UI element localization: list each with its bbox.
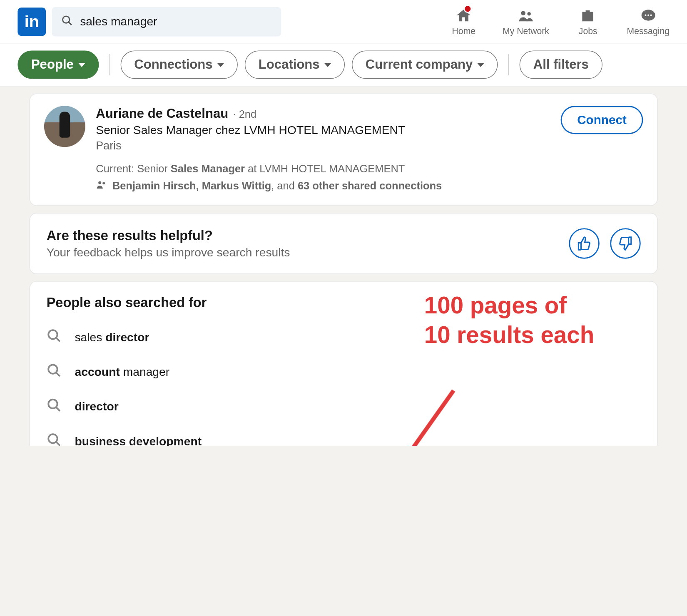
nav-label: Jobs [579,26,597,36]
also-searched-card: People also searched for sales directora… [30,281,658,446]
chevron-down-icon [78,62,85,67]
svg-point-7 [650,15,652,16]
also-item[interactable]: sales director [47,320,641,355]
chevron-down-icon [217,62,224,67]
svg-point-12 [48,365,57,373]
chat-icon [640,7,657,25]
feedback-subtitle: Your feedback helps us improve search re… [47,246,558,259]
nav-jobs[interactable]: Jobs [570,7,606,36]
divider [508,54,509,75]
search-field[interactable] [52,7,281,36]
also-text: director [75,400,118,413]
connection-degree: 2nd [233,108,256,121]
search-result-card: Auriane de Castelnau 2nd Senior Sales Ma… [30,94,658,206]
svg-line-13 [56,373,60,376]
svg-point-8 [98,181,101,184]
also-text: sales director [75,330,149,344]
filter-label: Connections [134,57,212,72]
filter-label: All filters [533,57,589,72]
top-bar: in Home My Network Jobs [0,0,687,44]
svg-point-10 [48,330,57,339]
linkedin-logo[interactable]: in [17,7,46,36]
svg-line-1 [69,22,72,25]
also-item[interactable]: business development [47,424,641,446]
filter-label: Locations [259,57,320,72]
search-icon [47,328,62,346]
avatar[interactable] [44,106,85,147]
nav-messaging[interactable]: Messaging [627,7,670,36]
chevron-down-icon [324,62,331,67]
search-icon [47,432,62,446]
nav-label: Messaging [627,26,670,36]
feedback-card: Are these results helpful? Your feedback… [30,213,658,274]
nav-label: Home [452,26,476,36]
top-nav: Home My Network Jobs Messaging [446,7,670,36]
filter-people-active[interactable]: People [17,51,99,79]
result-headline: Senior Sales Manager chez LVMH HOTEL MAN… [96,124,550,137]
thumbs-down-button[interactable] [610,228,640,258]
thumbs-up-icon [577,236,592,251]
nav-home[interactable]: Home [446,7,481,36]
filter-locations[interactable]: Locations [245,51,345,79]
people-icon [517,7,535,25]
filter-all[interactable]: All filters [520,51,602,79]
svg-line-17 [56,442,60,446]
result-current: Current: Senior Sales Manager at LVMH HO… [96,163,550,175]
filter-label: Current company [366,57,473,72]
svg-line-15 [56,407,60,411]
svg-point-2 [521,11,525,15]
nav-network[interactable]: My Network [503,7,549,36]
svg-point-3 [527,12,531,16]
svg-point-9 [102,182,105,184]
thumbs-up-button[interactable] [569,228,599,258]
svg-point-16 [48,434,57,443]
result-name[interactable]: Auriane de Castelnau [96,106,228,121]
nav-label: My Network [503,26,549,36]
chevron-down-icon [478,62,485,67]
briefcase-icon [579,7,597,25]
svg-line-11 [56,338,60,341]
svg-point-14 [48,400,57,408]
result-location: Paris [96,139,550,152]
shared-connections[interactable]: Benjamin Hirsch, Markus Wittig, and 63 o… [96,179,550,194]
svg-point-6 [647,15,649,16]
filter-label: People [31,57,74,72]
also-item[interactable]: director [47,389,641,424]
feedback-title: Are these results helpful? [47,228,558,243]
search-icon [47,397,62,416]
also-text: business development [75,435,202,446]
also-title: People also searched for [47,295,641,310]
also-text: account manager [75,365,169,378]
search-icon [47,363,62,381]
filter-current-company[interactable]: Current company [352,51,498,79]
svg-point-5 [645,15,646,16]
thumbs-down-icon [618,236,633,251]
also-item[interactable]: account manager [47,355,641,389]
search-icon [61,15,73,29]
search-input[interactable] [80,15,272,28]
people-icon [96,179,107,194]
filter-connections[interactable]: Connections [121,51,238,79]
connect-button[interactable]: Connect [561,106,643,134]
filter-bar: People Connections Locations Current com… [0,44,687,87]
divider [110,54,110,75]
svg-point-0 [62,16,69,22]
